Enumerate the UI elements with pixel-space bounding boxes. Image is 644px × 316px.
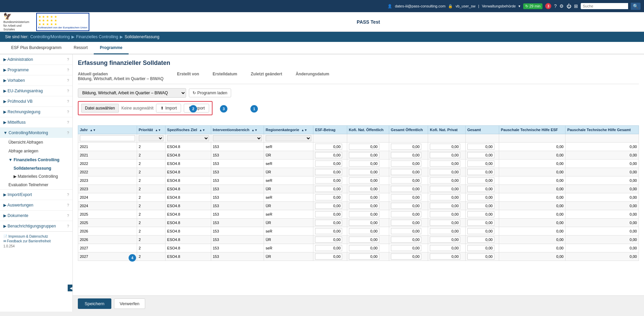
input-kofi-nat-priv[interactable]	[430, 177, 460, 184]
cell-esf[interactable]	[313, 244, 347, 252]
discard-button[interactable]: Verwerfen	[114, 298, 146, 309]
input-esf[interactable]	[315, 253, 342, 260]
input-esf[interactable]	[315, 144, 342, 150]
sidebar-item-uebersicht-abfragen[interactable]: Übersicht Abfragen	[5, 138, 72, 147]
sidebar-item-evaluation-teilnehmer[interactable]: Evaluation Teilnehmer	[5, 180, 72, 189]
input-gesamt-oeff[interactable]	[391, 177, 421, 184]
cell-gesamt-oeff[interactable]	[389, 252, 428, 261]
cell-gesamt[interactable]	[465, 227, 499, 236]
input-kofi-nat-oeff[interactable]	[349, 203, 379, 209]
help-icon-mittelfluss[interactable]: ?	[67, 120, 69, 124]
cell-esf[interactable]	[313, 202, 347, 210]
program-dropdown[interactable]: Bildung, Wirtschaft, Arbeit im Quartier …	[78, 88, 186, 98]
cell-kofi-nat-priv[interactable]	[428, 143, 465, 151]
input-kofi-nat-oeff[interactable]	[349, 245, 379, 251]
filter-select-regionenkategorie[interactable]	[266, 135, 311, 141]
input-gesamt[interactable]	[467, 169, 494, 175]
input-gesamt-oeff[interactable]	[391, 186, 421, 192]
cell-esf[interactable]	[313, 143, 347, 151]
help-icon-rechnungslegung[interactable]: ?	[67, 110, 69, 114]
sitemap-icon[interactable]: ⊞	[574, 3, 578, 9]
input-gesamt[interactable]	[467, 220, 494, 226]
input-gesamt-oeff[interactable]	[391, 203, 421, 209]
filter-select-prioritaet[interactable]	[139, 135, 163, 141]
help-icon-dokumente[interactable]: ?	[67, 214, 69, 218]
input-esf[interactable]	[315, 194, 342, 200]
input-kofi-nat-oeff[interactable]	[349, 152, 379, 158]
cell-kofi-nat-priv[interactable]	[428, 168, 465, 176]
filter-select-spez-ziel[interactable]	[167, 135, 209, 141]
cell-kofi-nat-oeff[interactable]	[347, 227, 389, 236]
cell-kofi-nat-priv[interactable]	[428, 210, 465, 219]
input-gesamt-oeff[interactable]	[391, 169, 421, 175]
cell-gesamt[interactable]	[465, 244, 499, 252]
load-program-button[interactable]: ↻ Programm laden	[189, 89, 231, 97]
logout-icon[interactable]: ⏻	[567, 3, 571, 9]
input-gesamt[interactable]	[467, 177, 494, 184]
sidebar-collapse-button[interactable]: ◀	[68, 285, 73, 291]
input-kofi-nat-priv[interactable]	[430, 211, 460, 217]
cell-esf[interactable]	[313, 168, 347, 176]
help-icon-auswertungen[interactable]: ?	[67, 203, 69, 207]
cell-gesamt-oeff[interactable]	[389, 176, 428, 185]
sidebar-item-import-export[interactable]: ▶ Import/Export ?	[0, 190, 72, 200]
cell-kofi-nat-priv[interactable]	[428, 219, 465, 227]
cell-esf[interactable]	[313, 185, 347, 193]
input-kofi-nat-oeff[interactable]	[349, 211, 379, 217]
input-kofi-nat-oeff[interactable]	[349, 161, 379, 167]
cell-gesamt-oeff[interactable]	[389, 227, 428, 236]
col-header-jahr[interactable]: Jahr ▲▼	[78, 126, 137, 134]
notification-badge[interactable]: 3	[545, 3, 551, 9]
import-button[interactable]: ⬆ Import	[156, 104, 181, 113]
cell-gesamt-oeff[interactable]	[389, 151, 428, 160]
input-esf[interactable]	[315, 203, 342, 209]
input-kofi-nat-priv[interactable]	[430, 220, 460, 226]
settings-icon[interactable]: ⚙	[559, 3, 564, 9]
help-icon[interactable]: ?	[554, 3, 557, 9]
cell-kofi-nat-oeff[interactable]	[347, 193, 389, 202]
input-esf[interactable]	[315, 186, 342, 192]
filter-select-interventionsbereich[interactable]	[213, 135, 262, 141]
sidebar-item-benachrichtigungsgruppen[interactable]: ▶ Benachrichtigungsgruppen ?	[0, 221, 72, 231]
tab-programme[interactable]: Programme	[94, 42, 129, 54]
cell-gesamt[interactable]	[465, 210, 499, 219]
input-gesamt[interactable]	[467, 152, 494, 158]
file-choose-button[interactable]: Datei auswählen	[81, 104, 119, 113]
tab-ressort[interactable]: Ressort	[68, 42, 94, 54]
cell-kofi-nat-oeff[interactable]	[347, 160, 389, 168]
cell-kofi-nat-priv[interactable]	[428, 160, 465, 168]
input-kofi-nat-priv[interactable]	[430, 237, 460, 243]
cell-gesamt-oeff[interactable]	[389, 143, 428, 151]
input-kofi-nat-oeff[interactable]	[349, 169, 379, 175]
cell-gesamt-oeff[interactable]	[389, 202, 428, 210]
input-esf[interactable]	[315, 211, 342, 217]
input-kofi-nat-priv[interactable]	[430, 245, 460, 251]
cell-gesamt-oeff[interactable]	[389, 168, 428, 176]
cell-esf[interactable]	[313, 210, 347, 219]
input-gesamt-oeff[interactable]	[391, 228, 421, 234]
cell-gesamt[interactable]	[465, 151, 499, 160]
help-icon-import-export[interactable]: ?	[67, 193, 69, 197]
search-button[interactable]: 🔍	[631, 3, 641, 10]
cell-gesamt[interactable]	[465, 143, 499, 151]
input-kofi-nat-priv[interactable]	[430, 186, 460, 192]
cell-gesamt-oeff[interactable]	[389, 193, 428, 202]
cell-gesamt-oeff[interactable]	[389, 160, 428, 168]
filter-input-jahr[interactable]	[80, 135, 135, 141]
input-esf[interactable]	[315, 161, 342, 167]
cell-kofi-nat-oeff[interactable]	[347, 244, 389, 252]
cell-esf[interactable]	[313, 193, 347, 202]
cell-kofi-nat-oeff[interactable]	[347, 185, 389, 193]
cell-gesamt[interactable]	[465, 168, 499, 176]
input-esf[interactable]	[315, 169, 342, 175]
help-icon-eu-zahlungsantrag[interactable]: ?	[67, 89, 69, 93]
sidebar-item-solldatenerfassung[interactable]: Solldatenerfassung	[10, 164, 72, 172]
cell-esf[interactable]	[313, 176, 347, 185]
impressum-link[interactable]: 📄 Impressum & Datenschutz	[3, 235, 69, 238]
input-kofi-nat-oeff[interactable]	[349, 144, 379, 150]
input-esf[interactable]	[315, 152, 342, 158]
input-gesamt-oeff[interactable]	[391, 144, 421, 150]
sidebar-item-dokumente[interactable]: ▶ Dokumente ?	[0, 211, 72, 221]
help-icon-pruefmodul-vb[interactable]: ?	[67, 99, 69, 103]
cell-kofi-nat-oeff[interactable]	[347, 202, 389, 210]
